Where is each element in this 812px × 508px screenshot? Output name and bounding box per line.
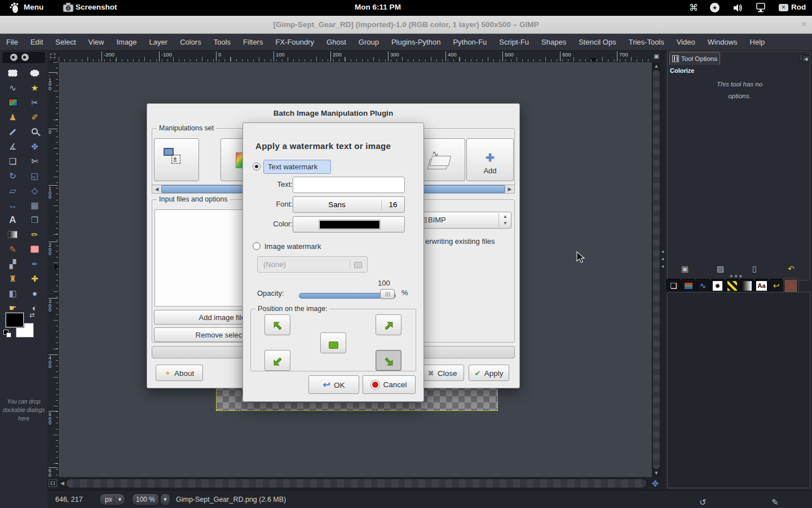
menu-select[interactable]: Select	[49, 34, 82, 50]
position-top-left-button[interactable]	[264, 314, 290, 335]
opacity-slider-handle[interactable]	[380, 289, 395, 299]
measure-tool-icon[interactable]: ∡	[3, 140, 22, 154]
menu-tools[interactable]: Tools	[208, 34, 237, 50]
menu-fx-foundry[interactable]: FX-Foundry	[269, 34, 320, 50]
quick-mask-toggle[interactable]	[48, 479, 57, 487]
spinner-icons[interactable]: ▲▼	[498, 213, 508, 227]
position-bottom-right-button[interactable]	[376, 350, 401, 371]
menu-view[interactable]: View	[82, 34, 111, 50]
manipulation-resize-button[interactable]: ±	[154, 138, 199, 181]
window-close-icon[interactable]: ✕	[801, 20, 807, 29]
scroll-up-icon[interactable]: ▲	[652, 63, 661, 69]
volume-icon[interactable]	[733, 3, 743, 12]
fonts-tab[interactable]: Aa	[754, 279, 769, 292]
collapse-panel-icon[interactable]: ◀	[802, 55, 810, 63]
text-watermark-radio[interactable]	[253, 163, 261, 170]
horizontal-scroll-thumb[interactable]	[67, 479, 646, 488]
position-top-right-button[interactable]	[376, 314, 401, 335]
perspective-tool-icon[interactable]: ◇	[25, 184, 44, 198]
menu-file[interactable]: File	[0, 34, 24, 50]
menu-ghost[interactable]: Ghost	[320, 34, 352, 50]
menu-windows[interactable]: Windows	[701, 34, 744, 50]
crop-tool-icon[interactable]: ✄	[25, 155, 44, 168]
scroll-left-icon[interactable]: ◀	[152, 185, 161, 193]
position-bottom-left-button[interactable]	[264, 350, 290, 371]
default-colors-icon[interactable]	[3, 330, 11, 338]
menu-help[interactable]: Help	[744, 34, 771, 50]
ruler-corner-button[interactable]	[47, 51, 59, 62]
menu-script-fu[interactable]: Script-Fu	[493, 34, 535, 50]
panel-splitter-grip[interactable]: ●●●	[661, 248, 665, 270]
close-button[interactable]: ✖Close	[421, 365, 464, 381]
scroll-right-icon[interactable]: ▶	[505, 185, 514, 193]
flip-tool-icon[interactable]: ↔	[3, 199, 22, 212]
zoom-level-input[interactable]: 100 %	[132, 493, 159, 506]
watermark-image-file-chooser[interactable]: (None)	[257, 256, 368, 273]
manipulation-other-button[interactable]: ∿	[420, 138, 465, 181]
font-picker-button[interactable]: Sans 16	[293, 196, 405, 213]
fuzzy-select-tool-icon[interactable]: ★	[25, 81, 44, 95]
blur-sharpen-tool-icon[interactable]: ●	[25, 287, 44, 300]
heal-tool-icon[interactable]: ✚	[25, 272, 44, 286]
align-tool-icon[interactable]: ❏	[3, 155, 22, 168]
gradient-tool-icon[interactable]	[3, 228, 22, 242]
image-watermark-radio[interactable]	[253, 242, 261, 250]
watermark-text-input[interactable]	[293, 177, 405, 193]
foreground-select-tool-icon[interactable]: ♟	[3, 111, 22, 124]
text-tool-icon[interactable]: A	[3, 213, 22, 227]
scissors-select-tool-icon[interactable]: ✂	[25, 96, 44, 110]
menu-shapes[interactable]: Shapes	[535, 34, 572, 50]
gnome-footprint-icon[interactable]	[9, 2, 19, 14]
foreground-color-swatch[interactable]	[6, 313, 24, 327]
shear-tool-icon[interactable]: ▱	[3, 184, 22, 198]
zoom-follow-window-toggle[interactable]: ▣	[652, 51, 661, 62]
edit-save-icon[interactable]: ✎	[771, 497, 779, 507]
paths-tab[interactable]: ∿	[696, 279, 710, 292]
text-watermark-label[interactable]: Text watermark	[263, 160, 331, 174]
menu-group[interactable]: Group	[352, 34, 385, 50]
patterns-tab[interactable]	[725, 279, 739, 292]
paintbrush-tool-icon[interactable]: ✎	[3, 243, 22, 256]
ink-tool-icon[interactable]: ✒	[25, 257, 44, 271]
rect-select-tool-icon[interactable]	[3, 67, 22, 80]
clone-tool-icon[interactable]: ♜	[3, 272, 22, 286]
horizontal-scrollbar[interactable]: ◀	[59, 478, 648, 489]
cage-transform-tool-icon[interactable]: ▦	[25, 199, 44, 212]
chat-icon[interactable]: ✕	[779, 4, 788, 11]
reset-options-icon[interactable]: ↶	[788, 264, 795, 273]
airbrush-tool-icon[interactable]: ▞	[3, 257, 22, 271]
vertical-ruler[interactable]: - 1 0 001 0 02 0 03 0 04 0 05 0 06 0 0	[47, 62, 59, 477]
color-picker-button[interactable]	[293, 216, 405, 233]
undo-history-tab[interactable]: ↩	[769, 279, 783, 292]
error-console-tab[interactable]: ⚠	[784, 279, 798, 292]
free-select-tool-icon[interactable]: ∿	[3, 81, 22, 95]
bucket-fill-tool-icon[interactable]: ❒	[25, 213, 44, 227]
display-icon[interactable]	[756, 3, 766, 12]
navigation-preview-icon[interactable]: ✥	[650, 478, 661, 489]
perspective-clone-tool-icon[interactable]: ◧	[3, 287, 22, 300]
zoom-dropdown-icon[interactable]: ▼	[160, 493, 170, 506]
about-button[interactable]: ✦About	[156, 365, 203, 381]
zoom-tool-icon[interactable]	[25, 125, 44, 139]
undo-swirl-icon[interactable]: ↺	[699, 497, 707, 507]
accessibility-icon[interactable]: ★	[710, 3, 720, 12]
menu-plugins-python[interactable]: Plugins-Python	[385, 34, 447, 50]
ok-button[interactable]: ↩OK	[308, 375, 359, 394]
menu-python-fu[interactable]: Python-Fu	[447, 34, 493, 50]
apply-button[interactable]: ✔Apply	[469, 365, 509, 381]
gnome-menu[interactable]: Menu	[24, 3, 43, 11]
vertical-scrollbar[interactable]: ▲ ▼	[652, 62, 661, 477]
menu-stencil-ops[interactable]: Stencil Ops	[572, 34, 622, 50]
tab-tool-options[interactable]: Tool Options	[669, 52, 720, 65]
scale-tool-icon[interactable]: ◱	[25, 169, 44, 183]
pencil-tool-icon[interactable]: ✏	[25, 228, 44, 242]
menu-edit[interactable]: Edit	[24, 34, 49, 50]
gradients-tab[interactable]	[740, 279, 754, 292]
brushes-tab[interactable]	[710, 279, 725, 292]
add-manipulation-button[interactable]: ✚ Add	[466, 138, 514, 181]
save-options-icon[interactable]: ▣	[681, 264, 689, 273]
scroll-left-icon[interactable]: ◀	[60, 480, 64, 486]
overwrite-option-label[interactable]: erwriting existing files	[425, 237, 495, 246]
gnome-app-menu[interactable]: Screenshot	[76, 3, 117, 11]
move-tool-icon[interactable]: ✥	[25, 140, 44, 154]
